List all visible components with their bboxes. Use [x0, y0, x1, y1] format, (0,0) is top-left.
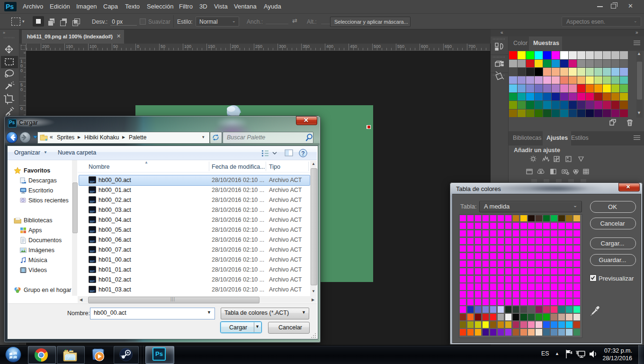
svg-text:?: ? [301, 150, 304, 157]
